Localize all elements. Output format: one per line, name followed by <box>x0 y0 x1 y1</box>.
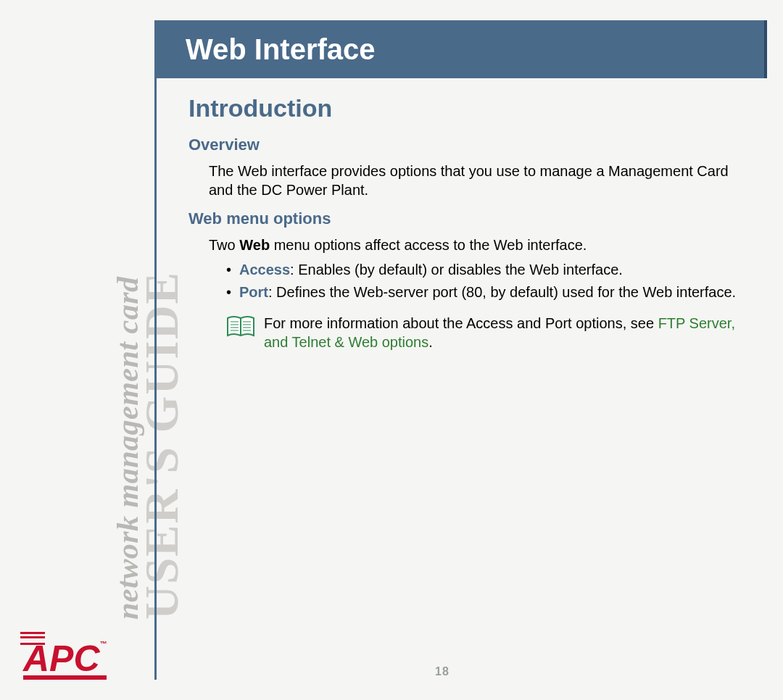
sidebar: network management card USER'S GUIDE APC… <box>0 0 149 700</box>
note-block: For more information about the Access an… <box>188 314 740 351</box>
brand-logo: APC™ <box>23 641 107 680</box>
overview-text: The Web interface provides options that … <box>188 162 740 199</box>
webmenu-heading: Web menu options <box>188 209 740 228</box>
sidebar-title: USER'S GUIDE <box>138 271 186 620</box>
overview-heading: Overview <box>188 136 740 154</box>
section-heading: Introduction <box>188 94 740 122</box>
webmenu-bullets: Access: Enables (by default) or disables… <box>188 260 740 302</box>
chapter-title: Web Interface <box>186 33 376 66</box>
main-content: Introduction Overview The Web interface … <box>188 94 740 351</box>
webmenu-intro: Two Web menu options affect access to th… <box>188 236 740 254</box>
chapter-banner: Web Interface <box>157 20 767 78</box>
page-number: 18 <box>435 665 450 678</box>
book-icon <box>226 315 255 341</box>
trademark-symbol: ™ <box>100 640 107 648</box>
note-text: For more information about the Access an… <box>264 314 740 351</box>
vertical-rule <box>154 20 157 680</box>
list-item: Access: Enables (by default) or disables… <box>226 260 740 280</box>
list-item: Port: Defines the Web-server port (80, b… <box>226 283 740 302</box>
sidebar-titles: network management card USER'S GUIDE <box>112 271 186 620</box>
